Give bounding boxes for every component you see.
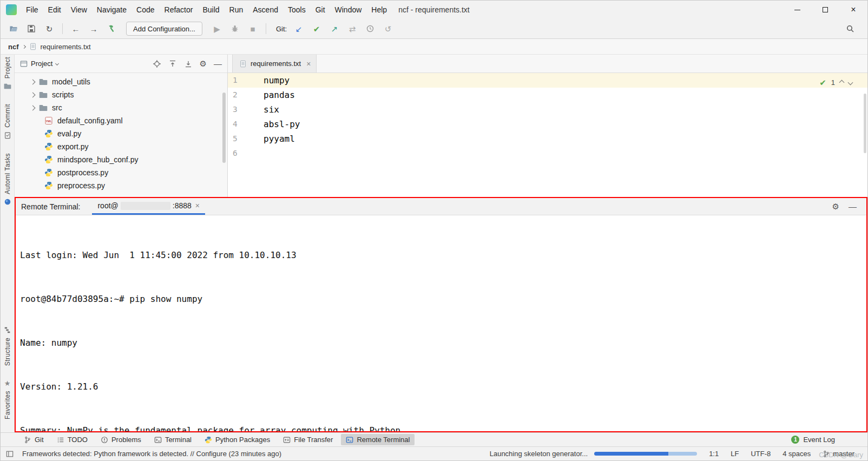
expand-all-icon[interactable] <box>168 60 177 68</box>
menu-file[interactable]: File <box>21 1 43 19</box>
tree-item[interactable]: model_utils <box>15 75 227 88</box>
locate-file-icon[interactable] <box>153 60 161 68</box>
stripe-button-project[interactable]: Project <box>4 57 11 90</box>
git-update-button[interactable]: ↙ <box>291 22 306 36</box>
tree-item[interactable]: scripts <box>15 88 227 101</box>
toolwindow-problems[interactable]: Problems <box>96 434 146 445</box>
git-push-button[interactable]: ↗ <box>327 22 342 36</box>
run-button[interactable]: ▶ <box>209 22 225 36</box>
tree-item[interactable]: export.py <box>15 140 227 153</box>
menu-git[interactable]: Git <box>311 1 330 19</box>
menu-window[interactable]: Window <box>330 1 367 19</box>
breadcrumb-file[interactable]: requirements.txt <box>41 43 91 51</box>
editor-tab-requirements[interactable]: requirements.txt × <box>232 55 317 73</box>
chevron-right-icon[interactable] <box>30 105 36 110</box>
editor-body[interactable]: 1 numpy 2 pandas 3 six 4 <box>228 73 867 197</box>
next-problem-chevron-icon[interactable] <box>848 80 853 85</box>
open-button[interactable] <box>6 22 21 36</box>
git-history-button[interactable] <box>363 22 378 36</box>
tab-close-icon[interactable]: × <box>195 201 200 210</box>
status-message[interactable]: Frameworks detected: Python framework is… <box>22 450 281 458</box>
python-file-icon <box>44 155 53 164</box>
debug-button[interactable] <box>227 22 242 36</box>
encoding-indicator[interactable]: UTF-8 <box>751 450 771 458</box>
git-commit-button[interactable]: ✔ <box>309 22 324 36</box>
menu-ascend[interactable]: Ascend <box>248 1 283 19</box>
menu-run[interactable]: Run <box>225 1 248 19</box>
panel-minimize-icon[interactable]: — <box>214 60 222 68</box>
menu-edit[interactable]: Edit <box>43 1 66 19</box>
git-commit-icon: ✔ <box>313 25 320 33</box>
breadcrumb-root[interactable]: ncf <box>8 43 19 51</box>
project-scrollbar[interactable] <box>222 93 226 163</box>
terminal-output[interactable]: Last login: Wed Jun 1 11:45:00 2022 from… <box>16 215 866 431</box>
toolwindow-remote-terminal[interactable]: Remote Terminal <box>341 434 415 445</box>
menu-refactor[interactable]: Refactor <box>160 1 198 19</box>
stop-button[interactable]: ■ <box>245 22 260 36</box>
stripe-button-commit[interactable]: Commit <box>4 104 11 139</box>
history-clock-icon <box>366 24 374 33</box>
tree-item-label: src <box>52 103 62 112</box>
search-everywhere-button[interactable] <box>843 22 858 36</box>
forward-button[interactable]: → <box>86 22 101 36</box>
chevron-right-icon[interactable] <box>30 79 36 84</box>
event-log-label: Event Log <box>803 436 835 444</box>
project-panel: Project ⚙ — <box>15 55 228 197</box>
menu-view[interactable]: View <box>66 1 92 19</box>
tree-item[interactable]: YML default_config.yaml <box>15 114 227 127</box>
stripe-button-automl-tasks[interactable]: Automl Tasks <box>4 153 11 206</box>
add-configuration-button[interactable]: Add Configuration... <box>126 22 202 36</box>
menu-code[interactable]: Code <box>131 1 159 19</box>
menu-build[interactable]: Build <box>198 1 224 19</box>
indent-indicator[interactable]: 4 spaces <box>782 450 811 458</box>
event-log-button[interactable]: 1 Event Log <box>791 436 835 444</box>
build-button[interactable] <box>104 22 119 36</box>
stripe-button-favorites[interactable]: ★ Favorites <box>4 380 11 419</box>
line-separator-indicator[interactable]: LF <box>731 450 739 458</box>
tool-window-toggle-icon[interactable] <box>6 450 14 458</box>
terminal-minimize-icon[interactable]: — <box>849 202 857 210</box>
editor-scrollbar[interactable] <box>864 94 866 153</box>
panel-settings-gear-icon[interactable]: ⚙ <box>200 60 207 68</box>
maximize-button[interactable] <box>811 1 839 19</box>
tree-item[interactable]: preprocess.py <box>15 179 227 192</box>
collapse-all-icon[interactable] <box>184 60 193 68</box>
menu-navigate[interactable]: Navigate <box>92 1 131 19</box>
close-button[interactable]: × <box>839 1 867 19</box>
project-panel-header: Project ⚙ — <box>15 55 227 73</box>
prev-problem-chevron-icon[interactable] <box>839 80 845 85</box>
tree-item[interactable]: mindspore_hub_conf.py <box>15 153 227 166</box>
sync-button[interactable]: ↻ <box>42 22 57 36</box>
automl-tasks-icon <box>4 198 11 206</box>
terminal-line: Name: numpy <box>20 335 828 350</box>
project-panel-title[interactable]: Project <box>31 60 52 68</box>
menu-help[interactable]: Help <box>366 1 392 19</box>
caret-position[interactable]: 1:1 <box>709 450 719 458</box>
toolwindow-terminal[interactable]: Terminal <box>149 434 196 445</box>
toolwindow-file-transfer[interactable]: File Transfer <box>278 434 338 445</box>
tree-item[interactable]: postprocess.py <box>15 166 227 179</box>
line-number: 6 <box>228 146 264 161</box>
chevron-right-icon[interactable] <box>30 92 36 97</box>
minimize-button[interactable] <box>783 1 811 19</box>
python-file-icon <box>44 181 53 190</box>
stripe-button-structure[interactable]: Structure <box>4 326 11 366</box>
toolwindow-git[interactable]: Git <box>19 434 49 445</box>
toolwindow-label: Problems <box>111 436 141 444</box>
git-rollback-button[interactable]: ↺ <box>380 22 396 36</box>
save-button[interactable] <box>24 22 39 36</box>
git-diff-button[interactable]: ⇄ <box>345 22 360 36</box>
tab-close-icon[interactable]: × <box>306 60 311 68</box>
menu-tools[interactable]: Tools <box>283 1 311 19</box>
toolwindow-python-packages[interactable]: Python Packages <box>200 434 275 445</box>
tree-item[interactable]: src <box>15 101 227 114</box>
back-button[interactable]: ← <box>68 22 83 36</box>
toolwindow-todo[interactable]: TODO <box>52 434 93 445</box>
git-branch-widget[interactable]: master <box>823 450 854 458</box>
tree-item[interactable]: eval.py <box>15 127 227 140</box>
terminal-settings-gear-icon[interactable]: ⚙ <box>832 202 839 210</box>
chevron-down-icon[interactable] <box>55 62 59 65</box>
terminal-session-tab[interactable]: root@ :8888 × <box>92 198 205 215</box>
commit-tool-icon <box>4 131 11 139</box>
terminal-header: Remote Terminal: root@ :8888 × ⚙ — <box>16 198 866 215</box>
